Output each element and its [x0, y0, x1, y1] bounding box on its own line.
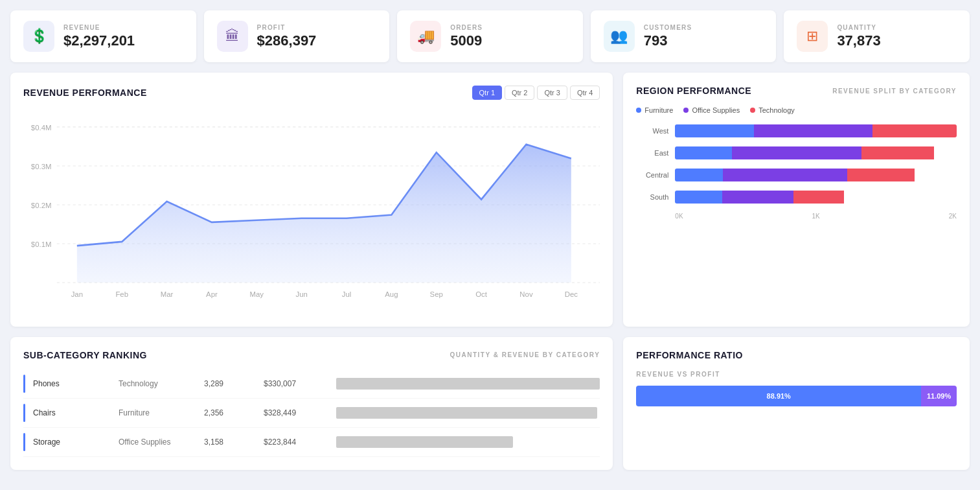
ranking-indicator [23, 404, 25, 422]
kpi-card-revenue: 💲 REVENUE $2,297,201 [10, 10, 196, 62]
bar-furniture [675, 146, 732, 159]
ranking-name: Storage [33, 438, 111, 447]
performance-ratio-panel: PERFORMANCE RATIO REVENUE VS PROFIT 88.9… [623, 337, 970, 470]
subcategory-subtitle: QUANTITY & REVENUE BY CATEGORY [450, 351, 600, 358]
svg-text:Jul: Jul [342, 290, 352, 298]
ranking-category: Technology [119, 379, 196, 388]
legend-dot [636, 108, 641, 113]
kpi-info-customers: CUSTOMERS 793 [644, 24, 692, 49]
kpi-icon-orders: 🚚 [410, 21, 441, 52]
ranking-indicator [23, 433, 25, 451]
kpi-info-revenue: REVENUE $2,297,201 [63, 24, 135, 49]
revenue-performance-panel: REVENUE PERFORMANCE Qtr 1Qtr 2Qtr 3Qtr 4… [10, 73, 613, 327]
svg-text:Jun: Jun [295, 290, 307, 298]
table-row: Phones Technology 3,289 $330,007 [23, 369, 600, 399]
subcategory-title: SUB-CATEGORY RANKING [23, 350, 147, 360]
bar-axis: 0K1K2K [636, 213, 957, 220]
ratio-subtitle: REVENUE VS PROFIT [636, 371, 957, 378]
region-bar-row-east: East [636, 146, 957, 159]
ranking-qty: 2,356 [204, 408, 256, 417]
main-charts-row: REVENUE PERFORMANCE Qtr 1Qtr 2Qtr 3Qtr 4… [10, 73, 970, 327]
axis-label: 1K [812, 213, 820, 220]
subcategory-panel: SUB-CATEGORY RANKING QUANTITY & REVENUE … [10, 337, 613, 470]
kpi-label-revenue: REVENUE [63, 24, 135, 31]
bar-office [722, 191, 793, 204]
region-bar-row-central: Central [636, 169, 957, 181]
kpi-card-quantity: ⊞ QUANTITY 37,873 [784, 10, 970, 62]
kpi-icon-revenue: 💲 [23, 21, 54, 52]
ranking-name: Chairs [33, 408, 111, 417]
region-bar-row-west: West [636, 124, 957, 137]
ranking-revenue: $330,007 [264, 379, 328, 388]
bar-tech [847, 169, 914, 181]
ranking-indicator [23, 375, 25, 393]
bar-tech [861, 146, 934, 159]
svg-text:$0.1M: $0.1M [31, 240, 52, 248]
legend-dot [683, 108, 689, 113]
kpi-icon-quantity: ⊞ [797, 21, 828, 52]
legend-label: Technology [758, 106, 795, 114]
bar-furniture [675, 191, 722, 204]
bar-furniture [675, 124, 754, 137]
svg-text:Nov: Nov [519, 290, 533, 298]
kpi-card-customers: 👥 CUSTOMERS 793 [591, 10, 777, 62]
ratio-profit-seg: 11.09% [921, 386, 957, 406]
ratio-revenue-seg: 88.91% [636, 386, 921, 406]
kpi-icon-customers: 👥 [604, 21, 635, 52]
kpi-label-profit: PROFIT [257, 24, 317, 31]
kpi-info-quantity: QUANTITY 37,873 [837, 24, 880, 49]
ranking-bar [336, 407, 597, 419]
bar-track [675, 146, 957, 159]
kpi-label-orders: ORDERS [450, 24, 483, 31]
ranking-category: Furniture [119, 408, 196, 417]
ranking-qty: 3,289 [204, 379, 256, 388]
region-title: REGION PERFORMANCE [636, 86, 751, 96]
svg-text:Dec: Dec [565, 290, 578, 298]
legend-dot [750, 108, 755, 113]
bar-track [675, 124, 957, 137]
kpi-value-profit: $286,397 [257, 32, 317, 49]
region-bar-chart: West East Central South 0K1K2K [636, 124, 957, 220]
svg-text:$0.3M: $0.3M [31, 163, 52, 170]
legend-label: Office Supplies [692, 106, 740, 114]
table-row: Storage Office Supplies 3,158 $223,844 [23, 428, 600, 457]
quarter-btn-1[interactable]: Qtr 1 [472, 86, 502, 100]
ranking-bar [336, 436, 513, 448]
ranking-table: Phones Technology 3,289 $330,007 Chairs … [23, 369, 600, 457]
legend-item-office-supplies: Office Supplies [683, 106, 740, 114]
bar-tech [872, 124, 957, 137]
bar-tech [793, 191, 844, 204]
ranking-revenue: $223,844 [264, 438, 328, 447]
perf-ratio-title: PERFORMANCE RATIO [636, 350, 743, 360]
kpi-card-orders: 🚚 ORDERS 5009 [397, 10, 583, 62]
ranking-bar-container [336, 436, 600, 448]
ranking-qty: 3,158 [204, 438, 256, 447]
quarter-btn-4[interactable]: Qtr 4 [570, 86, 600, 100]
axis-label: 2K [949, 213, 957, 220]
ranking-name: Phones [33, 379, 111, 388]
bar-office [754, 124, 872, 137]
kpi-info-orders: ORDERS 5009 [450, 24, 483, 49]
svg-text:Aug: Aug [385, 290, 398, 298]
kpi-label-customers: CUSTOMERS [644, 24, 692, 31]
svg-text:May: May [250, 290, 264, 298]
legend-item-furniture: Furniture [636, 106, 673, 114]
kpi-value-customers: 793 [644, 32, 692, 49]
svg-text:$0.4M: $0.4M [31, 124, 52, 132]
quarter-btn-2[interactable]: Qtr 2 [505, 86, 534, 100]
svg-text:Jan: Jan [71, 290, 83, 298]
bar-track [675, 191, 957, 204]
table-row: Chairs Furniture 2,356 $328,449 [23, 399, 600, 428]
kpi-value-quantity: 37,873 [837, 32, 880, 49]
bar-label: West [636, 127, 668, 135]
region-performance-panel: REGION PERFORMANCE REVENUE SPLIT BY CATE… [623, 73, 970, 327]
kpi-row: 💲 REVENUE $2,297,201 🏛 PROFIT $286,397 🚚… [10, 10, 970, 62]
region-subtitle: REVENUE SPLIT BY CATEGORY [832, 88, 957, 95]
kpi-info-profit: PROFIT $286,397 [257, 24, 317, 49]
dashboard: 💲 REVENUE $2,297,201 🏛 PROFIT $286,397 🚚… [0, 0, 980, 480]
kpi-label-quantity: QUANTITY [837, 24, 880, 31]
kpi-card-profit: 🏛 PROFIT $286,397 [204, 10, 390, 62]
bar-label: East [636, 149, 668, 157]
legend-label: Furniture [644, 106, 673, 114]
quarter-btn-3[interactable]: Qtr 3 [537, 86, 567, 100]
